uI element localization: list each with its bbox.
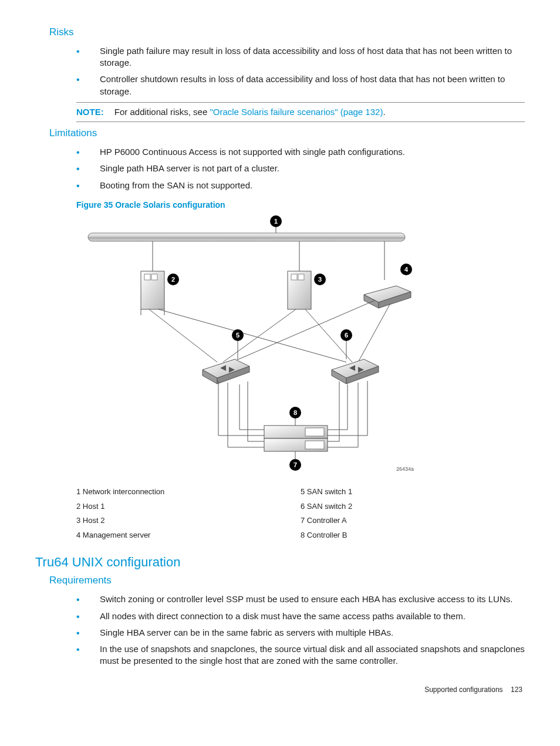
note-text-post: . [383, 107, 385, 117]
svg-rect-9 [151, 274, 157, 280]
list-item: Booting from the SAN is not supported. [76, 180, 525, 191]
list-item: Switch zoning or controller level SSP mu… [76, 593, 525, 605]
legend-item: 7 Controller A [301, 514, 525, 528]
legend-item: 1 Network interconnection [76, 485, 301, 499]
svg-line-29 [358, 303, 390, 362]
host-2-icon [288, 271, 311, 309]
list-item: All nodes with direct connection to a di… [76, 610, 525, 622]
svg-line-28 [232, 301, 375, 362]
requirements-list: Switch zoning or controller level SSP mu… [76, 593, 525, 667]
svg-rect-16 [298, 274, 304, 280]
san-switch-2-icon [332, 359, 379, 384]
legend-item: 5 SAN switch 1 [301, 485, 525, 499]
san-switch-1-icon [203, 359, 249, 384]
note-text-pre: For additional risks, see [114, 107, 210, 117]
figure-caption: Figure 35 Oracle Solaris configuration [76, 200, 525, 211]
list-item: Single HBA server can be in the same fab… [76, 627, 525, 639]
svg-text:3: 3 [318, 276, 322, 283]
mgmt-server-icon [364, 286, 411, 308]
note-box: NOTE: For additional risks, see "Oracle … [76, 102, 525, 122]
figure-legend: 1 Network interconnection 2 Host 1 3 Hos… [76, 485, 525, 543]
legend-item: 4 Management server [76, 528, 301, 543]
footer-section: Supported configurations [424, 686, 502, 694]
note-link[interactable]: "Oracle Solaris failure scenarios" (page… [210, 107, 383, 117]
svg-text:7: 7 [294, 461, 297, 468]
heading-tru64: Tru64 UNIX configuration [35, 553, 525, 571]
svg-line-25 [158, 309, 346, 362]
list-item: Controller shutdown results in loss of d… [76, 73, 525, 97]
limitations-list: HP P6000 Continuous Access is not suppor… [76, 146, 525, 191]
svg-rect-8 [144, 274, 150, 280]
controller-icon [264, 426, 328, 451]
heading-limitations: Limitations [49, 127, 525, 140]
svg-text:1: 1 [274, 218, 278, 225]
svg-text:2: 2 [171, 276, 175, 283]
list-item: HP P6000 Continuous Access is not suppor… [76, 146, 525, 158]
list-item: Single path failure may result in loss o… [76, 45, 525, 69]
legend-item: 6 SAN switch 2 [301, 499, 525, 514]
figure-id-label: 26434a [396, 466, 414, 472]
footer-page: 123 [511, 686, 522, 694]
svg-line-24 [149, 309, 217, 362]
figure-diagram: 1 2 3 4 5 [76, 215, 417, 477]
svg-text:6: 6 [345, 332, 348, 339]
list-item: Single path HBA server is not part of a … [76, 163, 525, 174]
heading-requirements: Requirements [49, 574, 525, 588]
svg-text:4: 4 [404, 266, 409, 273]
svg-rect-49 [305, 441, 324, 449]
legend-item: 3 Host 2 [76, 514, 301, 528]
svg-rect-47 [305, 428, 324, 436]
legend-item: 2 Host 1 [76, 499, 301, 514]
risks-list: Single path failure may result in loss o… [76, 45, 525, 97]
legend-item: 8 Controller B [301, 528, 525, 543]
svg-text:5: 5 [236, 332, 239, 339]
svg-rect-0 [88, 233, 405, 241]
heading-risks: Risks [49, 26, 525, 39]
svg-text:8: 8 [294, 409, 297, 416]
svg-rect-15 [291, 274, 297, 280]
host-1-icon [141, 271, 164, 315]
list-item: In the use of snapshots and snapclones, … [76, 643, 525, 667]
page-footer: Supported configurations 123 [35, 685, 522, 694]
note-label: NOTE: [76, 107, 104, 117]
